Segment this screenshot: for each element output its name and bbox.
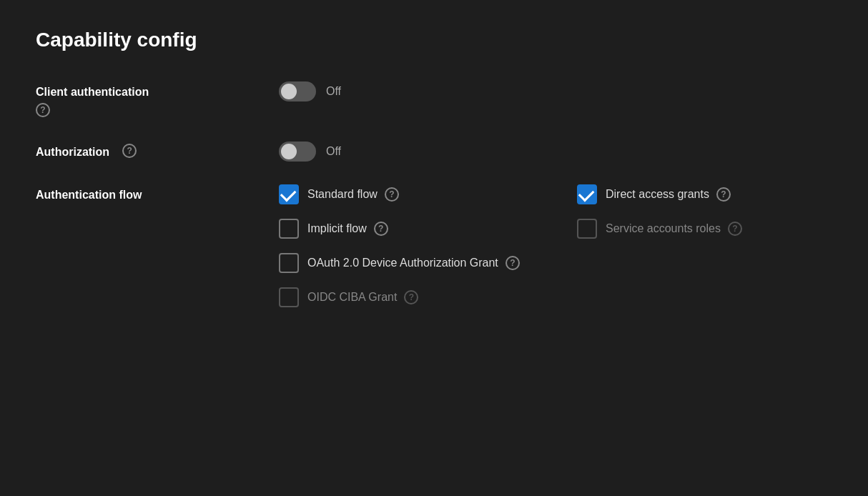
direct-access-label: Direct access grants ?: [606, 187, 731, 202]
page-title: Capability config: [36, 29, 832, 51]
authorization-toggle[interactable]: [279, 142, 316, 162]
authorization-toggle-thumb: [281, 144, 297, 159]
service-accounts-help-icon[interactable]: ?: [728, 222, 742, 236]
client-auth-help-icon[interactable]: ?: [36, 103, 50, 117]
service-accounts-item: Service accounts roles ?: [577, 219, 832, 239]
direct-access-help-icon[interactable]: ?: [716, 187, 731, 202]
direct-access-checkbox[interactable]: [577, 184, 597, 204]
standard-flow-label: Standard flow ?: [307, 187, 399, 202]
oauth-device-help-icon[interactable]: ?: [505, 256, 520, 270]
direct-access-item: Direct access grants ?: [577, 184, 832, 204]
authorization-help-icon[interactable]: ?: [122, 144, 137, 158]
oidc-ciba-item: OIDC CIBA Grant ?: [279, 287, 832, 307]
implicit-flow-checkbox[interactable]: [279, 219, 299, 239]
standard-flow-item: Standard flow ?: [279, 184, 534, 204]
client-auth-label: Client authentication: [36, 83, 279, 99]
service-accounts-label: Service accounts roles ?: [606, 222, 742, 236]
standard-flow-checkbox[interactable]: [279, 184, 299, 204]
client-auth-toggle-track: [279, 81, 316, 101]
client-auth-toggle-label: Off: [326, 85, 341, 98]
auth-label-group: Authorization ?: [36, 140, 279, 159]
standard-flow-help-icon[interactable]: ?: [385, 187, 399, 202]
authentication-flow-row: Authentication flow Standard flow ? Dire…: [36, 184, 832, 307]
authorization-toggle-container: Off: [279, 140, 341, 162]
oidc-ciba-label: OIDC CIBA Grant ?: [307, 290, 418, 304]
oauth-device-item: OAuth 2.0 Device Authorization Grant ?: [279, 253, 832, 273]
client-auth-toggle-thumb: [281, 84, 297, 99]
client-auth-label-group: Client authentication ?: [36, 80, 279, 117]
implicit-flow-help-icon[interactable]: ?: [374, 222, 388, 236]
service-accounts-checkbox[interactable]: [577, 219, 597, 239]
authorization-toggle-track: [279, 142, 316, 162]
authentication-flow-label: Authentication flow: [36, 184, 279, 202]
client-auth-toggle-container: Off: [279, 80, 341, 101]
authorization-toggle-label: Off: [326, 145, 341, 158]
config-section: Client authentication ? Off Authorizatio…: [36, 80, 832, 307]
authorization-label: Authorization: [36, 143, 109, 159]
implicit-flow-label: Implicit flow ?: [307, 222, 388, 236]
client-authentication-row: Client authentication ? Off: [36, 80, 832, 117]
implicit-flow-item: Implicit flow ?: [279, 219, 534, 239]
oauth-device-checkbox[interactable]: [279, 253, 299, 273]
oidc-ciba-checkbox[interactable]: [279, 287, 299, 307]
oidc-ciba-help-icon[interactable]: ?: [404, 290, 418, 304]
authorization-row: Authorization ? Off: [36, 140, 832, 162]
authentication-flow-checkboxes: Standard flow ? Direct access grants ? I…: [279, 184, 832, 307]
client-auth-toggle[interactable]: [279, 81, 316, 101]
oauth-device-label: OAuth 2.0 Device Authorization Grant ?: [307, 256, 520, 270]
